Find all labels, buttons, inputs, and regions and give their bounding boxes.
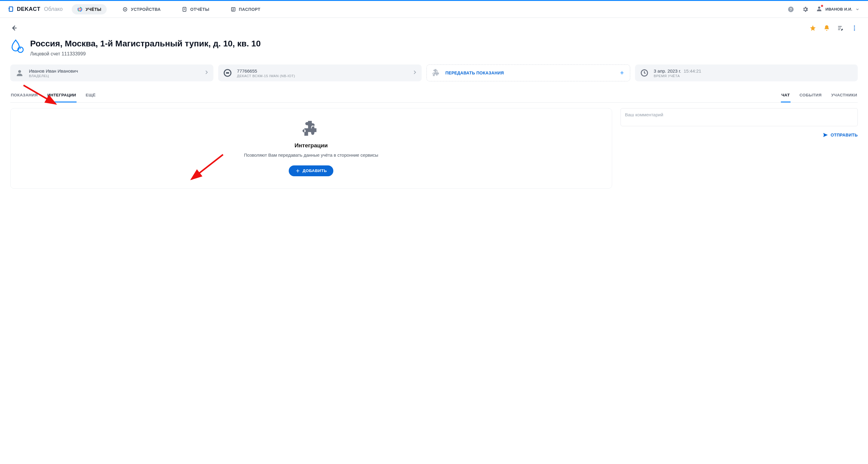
- owner-name: Иванов Иван Иванович: [29, 68, 199, 73]
- meter-icon: [222, 68, 233, 78]
- edit-list-icon[interactable]: [837, 25, 844, 33]
- svg-rect-28: [226, 72, 229, 74]
- page-subtitle: Лицевой счет 111333999: [30, 51, 261, 57]
- user-menu[interactable]: ИВАНОВ И.И.: [816, 5, 860, 13]
- notification-dot: [821, 5, 823, 7]
- time-card: 3 апр. 2023 г. 15:44:21 ВРЕМЯ УЧЁТА: [635, 64, 858, 81]
- send-button[interactable]: ОТПРАВИТЬ: [823, 132, 858, 138]
- add-integration-button[interactable]: ДОБАВИТЬ: [289, 165, 333, 176]
- reports-icon: [182, 7, 187, 12]
- integrations-title: Интеграции: [294, 142, 328, 149]
- svg-rect-1: [8, 8, 10, 9]
- topbar: DEKACT Облако УЧЁТЫ УСТРОЙСТВА ОТЧЁТЫ: [0, 1, 868, 18]
- comment-input[interactable]: Ваш комментарий: [621, 108, 858, 126]
- person-icon: [14, 68, 25, 78]
- back-button[interactable]: [10, 24, 18, 33]
- svg-text:?: ?: [789, 7, 792, 11]
- brand[interactable]: DEKACT Облако: [8, 6, 63, 13]
- nav-passport-label: ПАСПОРТ: [239, 7, 260, 12]
- tab-participants[interactable]: УЧАСТНИКИ: [831, 90, 858, 102]
- plus-icon[interactable]: +: [620, 69, 626, 77]
- tab-readings[interactable]: ПОКАЗАНИЯ: [10, 90, 38, 102]
- chevron-right-icon: [204, 70, 209, 76]
- svg-point-26: [18, 70, 21, 73]
- nav-devices[interactable]: УСТРОЙСТВА: [117, 4, 166, 14]
- notifications-icon[interactable]: [824, 25, 830, 33]
- device-serial: 77766655: [237, 68, 407, 73]
- svg-point-23: [854, 30, 855, 31]
- settings-icon[interactable]: [801, 5, 809, 13]
- chevron-right-icon: [412, 70, 417, 76]
- user-name-label: ИВАНОВ И.И.: [826, 7, 852, 11]
- transfer-readings-label: ПЕРЕДАВАТЬ ПОКАЗАНИЯ: [445, 70, 616, 75]
- device-card[interactable]: 77766655 ДЕКАСТ ВСКМ-15 IWAN (NB-IOT): [218, 64, 421, 81]
- tab-events[interactable]: СОБЫТИЯ: [799, 90, 822, 102]
- page-body: Россия, Москва, 1-й Магистральный тупик,…: [0, 18, 868, 189]
- time-date: 3 апр. 2023 г.: [654, 68, 681, 73]
- more-menu-icon[interactable]: [851, 25, 858, 33]
- integrations-empty-panel: Интеграции Позволяют Вам передавать данн…: [10, 108, 612, 189]
- nav-accounts[interactable]: УЧЁТЫ: [72, 4, 107, 14]
- tab-chat[interactable]: ЧАТ: [781, 90, 790, 102]
- brand-logo-icon: [8, 6, 14, 13]
- nav-devices-label: УСТРОЙСТВА: [131, 7, 161, 12]
- tab-integrations[interactable]: ИНТЕГРАЦИИ: [47, 90, 76, 102]
- time-value: 3 апр. 2023 г. 15:44:21: [654, 68, 854, 73]
- svg-point-2: [79, 8, 81, 10]
- device-model: ДЕКАСТ ВСКМ-15 IWAN (NB-IOT): [237, 74, 407, 78]
- page-title: Россия, Москва, 1-й Магистральный тупик,…: [30, 38, 261, 49]
- topbar-right: ? ИВАНОВ И.И.: [787, 5, 860, 13]
- svg-point-16: [818, 6, 820, 8]
- add-integration-label: ДОБАВИТЬ: [303, 168, 327, 173]
- nav-passport[interactable]: ПАСПОРТ: [225, 4, 266, 14]
- owner-card[interactable]: Иванов Иван Иванович ВЛАДЕЛЕЦ: [10, 64, 213, 81]
- transfer-readings-card[interactable]: ПЕРЕДАВАТЬ ПОКАЗАНИЯ +: [427, 64, 630, 81]
- user-avatar-icon: [816, 5, 823, 13]
- clock-icon: [639, 68, 650, 78]
- brand-text: DEKACT: [17, 6, 40, 12]
- puzzle-large-icon: [302, 119, 320, 138]
- nav-reports[interactable]: ОТЧЁТЫ: [176, 4, 215, 14]
- send-label: ОТПРАВИТЬ: [831, 132, 858, 137]
- svg-point-22: [854, 27, 855, 29]
- favorite-icon[interactable]: [809, 25, 816, 33]
- help-icon[interactable]: ?: [787, 5, 795, 13]
- chevron-down-icon: [855, 7, 860, 11]
- main-nav: УЧЁТЫ УСТРОЙСТВА ОТЧЁТЫ ПАСПОРТ: [72, 4, 266, 14]
- time-time: 15:44:21: [684, 68, 701, 73]
- svg-rect-25: [20, 47, 21, 49]
- comment-placeholder: Ваш комментарий: [625, 112, 663, 117]
- accounts-icon: [77, 7, 83, 12]
- time-label: ВРЕМЯ УЧЁТА: [654, 74, 854, 78]
- tab-more[interactable]: ЕЩЁ: [85, 90, 96, 102]
- svg-point-21: [854, 26, 855, 27]
- nav-accounts-label: УЧЁТЫ: [86, 7, 101, 12]
- svg-rect-6: [124, 9, 126, 10]
- account-type-icon: [10, 38, 24, 52]
- nav-reports-label: ОТЧЁТЫ: [190, 7, 209, 12]
- owner-role: ВЛАДЕЛЕЦ: [29, 74, 199, 78]
- passport-icon: [230, 7, 236, 12]
- integrations-desc: Позволяют Вам передавать данные учёта в …: [244, 152, 378, 159]
- send-icon: [823, 132, 828, 138]
- brand-sub: Облако: [44, 6, 63, 12]
- puzzle-piece-icon: [431, 68, 441, 78]
- devices-icon: [122, 7, 128, 12]
- plus-icon: [296, 168, 300, 173]
